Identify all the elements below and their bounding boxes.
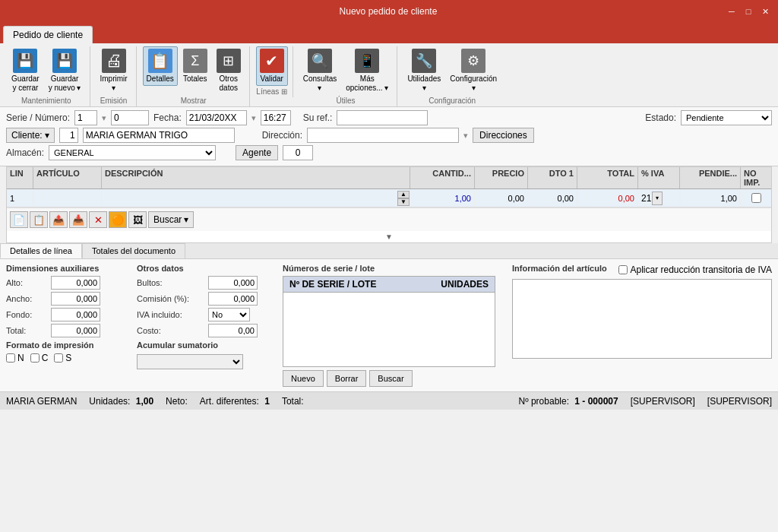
utilidades-button[interactable]: 🔧 Utilidades▾ — [403, 46, 444, 95]
detalles-button[interactable]: 📋 Detalles — [143, 46, 178, 86]
imprimir-label: Imprimir▾ — [100, 74, 128, 93]
noimp-checkbox[interactable] — [751, 193, 761, 203]
serie-numero-label: Serie / Número: — [6, 112, 70, 123]
serie-dropdown[interactable]: ▾ — [102, 113, 106, 123]
alto-row: Alto: — [6, 276, 128, 290]
import-btn[interactable]: 📥 — [69, 211, 87, 228]
articulo-input[interactable] — [36, 194, 98, 203]
otros-datos-label: Otrosdatos — [220, 74, 238, 93]
formato-c-checkbox[interactable] — [30, 353, 40, 363]
detalles-icon: 📋 — [148, 49, 172, 73]
totales-label: Totales — [183, 74, 207, 84]
bultos-input[interactable] — [208, 276, 258, 290]
buscar-serie-btn[interactable]: Buscar — [369, 370, 412, 387]
new-line-btn[interactable]: 📄 — [10, 211, 28, 228]
ancho-input[interactable] — [51, 292, 100, 306]
costo-row: Costo: — [137, 324, 274, 337]
estado-label: Estado: — [645, 112, 676, 123]
formato-section: Formato de impresión N C S — [6, 340, 128, 363]
suref-input[interactable] — [337, 110, 428, 125]
borrar-serie-btn[interactable]: Borrar — [327, 370, 367, 387]
nprobable-value: 1 - 000007 — [574, 396, 618, 407]
fondo-input[interactable] — [51, 308, 100, 321]
comision-input[interactable] — [208, 292, 258, 306]
form-row-3: Almacén: GENERAL Agente — [6, 145, 772, 160]
window-title: Nuevo pedido de cliente — [52, 6, 725, 17]
reduccion-iva-checkbox[interactable] — [618, 265, 628, 274]
otros-datos-button[interactable]: ⊞ Otrosdatos — [213, 46, 245, 95]
agente-button[interactable]: Agente — [236, 145, 278, 160]
iva-incluido-select[interactable]: No Sí — [208, 308, 250, 321]
nuevo-serie-btn[interactable]: Nuevo — [283, 370, 324, 387]
direccion-input[interactable] — [307, 128, 459, 143]
almacen-select[interactable]: GENERAL — [49, 145, 216, 160]
guardar-nuevo-button[interactable]: 💾 Guardary nuevo ▾ — [45, 46, 85, 95]
table-toolbar: 📄 📋 📤 📥 ✕ 🟠 🖼 Buscar ▾ — [7, 207, 771, 231]
descripcion-input[interactable] — [105, 194, 393, 203]
agente-input[interactable] — [283, 145, 313, 160]
scroll-down-btn[interactable]: ▼ — [397, 198, 410, 206]
numero-input[interactable] — [111, 110, 149, 125]
col-precio: PRECIO — [475, 167, 528, 188]
totales-button[interactable]: Σ Totales — [179, 46, 211, 86]
costo-label: Costo: — [137, 326, 205, 335]
consultas-icon: 🔍 — [308, 49, 332, 73]
hora-input[interactable] — [261, 110, 291, 125]
unidades-col-header: UNIDADES — [431, 278, 492, 290]
close-button[interactable]: ✕ — [758, 5, 772, 18]
export-btn[interactable]: 📤 — [49, 211, 68, 228]
cliente-button[interactable]: Cliente: ▾ — [6, 128, 55, 143]
guardar-cerrar-button[interactable]: 💾 Guardary cerrar — [8, 46, 43, 95]
supervisor1-label: [SUPERVISOR] — [631, 396, 695, 407]
reduccion-iva-text: Aplicar reducción transitoria de IVA — [630, 264, 772, 275]
comision-row: Comisión (%): — [137, 292, 274, 306]
direcciones-button[interactable]: Direcciones — [473, 128, 534, 143]
buscar-button[interactable]: Buscar ▾ — [148, 211, 194, 228]
formato-n-checkbox[interactable] — [6, 353, 15, 363]
cliente-num-input[interactable] — [59, 128, 78, 143]
artdiff-value: 1 — [264, 396, 270, 407]
copy-btn[interactable]: 📋 — [30, 211, 48, 228]
col-lin: LIN — [7, 167, 33, 188]
maximize-button[interactable]: □ — [742, 5, 755, 18]
image-btn[interactable]: 🖼 — [128, 211, 147, 228]
delete-btn[interactable]: ✕ — [89, 211, 107, 228]
total-dim-input[interactable] — [51, 324, 100, 337]
formato-s-checkbox[interactable] — [54, 353, 63, 363]
configuracion-button[interactable]: ⚙ Configuración▾ — [446, 46, 501, 95]
artdiff-status: Art. diferentes: 1 — [200, 396, 270, 407]
col-dto1: DTO 1 — [528, 167, 577, 188]
cliente-name-input[interactable] — [83, 128, 235, 143]
tab-pedido-cliente[interactable]: Pedido de cliente — [3, 26, 93, 43]
validar-button[interactable]: ✔ Validar — [256, 46, 288, 86]
cell-descripcion[interactable]: ▲ ▼ — [102, 189, 410, 207]
mas-icon: 📱 — [355, 49, 379, 73]
minimize-button[interactable]: ─ — [725, 5, 738, 18]
neto-status: Neto: — [166, 396, 188, 407]
cliente-label: Cliente: — [11, 130, 43, 141]
consultas-label: Consultas▾ — [303, 74, 337, 93]
collapse-arrow[interactable]: ▼ — [7, 231, 771, 242]
mas-opciones-button[interactable]: 📱 Másopciones... ▾ — [342, 46, 392, 95]
bultos-row: Bultos: — [137, 276, 274, 290]
costo-input[interactable] — [208, 324, 258, 337]
serie-input[interactable] — [74, 110, 97, 125]
cell-articulo[interactable] — [33, 189, 102, 207]
acumular-select[interactable] — [137, 354, 243, 369]
estado-select[interactable]: Pendiente — [681, 110, 772, 125]
imprimir-button[interactable]: 🖨 Imprimir▾ — [96, 46, 131, 95]
almacen-label: Almacén: — [6, 147, 44, 158]
scroll-up-btn[interactable]: ▲ — [397, 191, 410, 198]
orange-btn[interactable]: 🟠 — [109, 211, 127, 228]
tab-totales-documento[interactable]: Totales del documento — [82, 243, 185, 258]
ribbon-group-mantenimiento: 💾 Guardary cerrar 💾 Guardary nuevo ▾ Man… — [3, 46, 90, 106]
tab-detalles-linea[interactable]: Detalles de línea — [0, 243, 82, 258]
window-controls: ─ □ ✕ — [725, 5, 772, 18]
iva-dropdown-btn[interactable]: ▾ — [652, 192, 663, 205]
direccion-dropdown[interactable]: ▾ — [463, 131, 468, 141]
alto-input[interactable] — [51, 276, 100, 290]
fecha-input[interactable] — [186, 110, 247, 125]
table-row: 1 ▲ ▼ 1,00 0,00 0,00 0,00 21 ▾ 1,00 — [7, 189, 771, 207]
fecha-dropdown[interactable]: ▾ — [251, 113, 256, 123]
consultas-button[interactable]: 🔍 Consultas▾ — [299, 46, 340, 95]
